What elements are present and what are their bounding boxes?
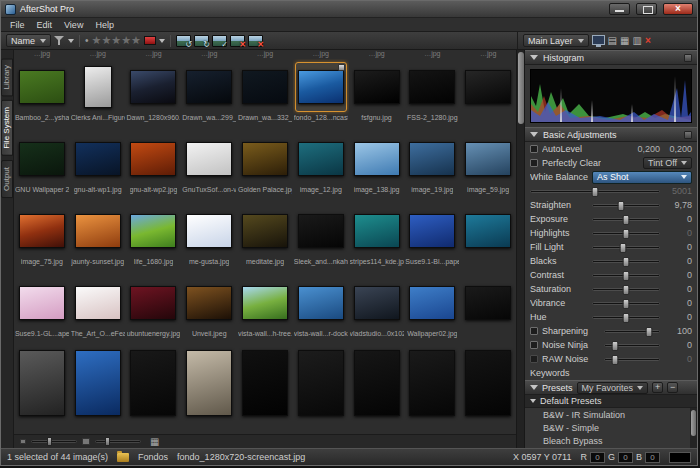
slider-handle[interactable] [617,201,624,211]
thumbnail[interactable] [406,62,458,112]
thumbnail[interactable] [16,278,68,328]
slider-handle[interactable] [646,327,653,337]
slider-handle[interactable] [623,271,630,281]
thumbnail-cell[interactable]: FSS-2_1280.jpg [404,59,460,131]
thumbnail-cell[interactable]: image_138.jpg [349,131,405,203]
thumbnail[interactable] [183,278,235,328]
monitor-view-icon[interactable] [592,35,605,45]
thumbnail-cell[interactable]: me-gusta.jpg [181,203,237,275]
adjustment-value[interactable]: 0 [664,284,692,294]
autolevel-value-high[interactable]: 0,200 [664,144,692,154]
menu-help[interactable]: Help [89,20,120,30]
thumbnail[interactable] [351,134,403,184]
thumbnail[interactable] [239,134,291,184]
thumbnail-cell[interactable] [460,347,516,434]
color-label-swatch[interactable] [144,36,156,45]
adjustment-value[interactable]: 0 [664,228,692,238]
star-icon[interactable]: ★ [101,34,111,46]
thumbnail[interactable] [127,278,179,328]
basic-adjustments-header[interactable]: Basic Adjustments [525,127,697,142]
thumbnail-cell[interactable]: Suse9.1-GL...apers.jpg [14,275,70,347]
thumbnail[interactable] [295,278,347,328]
thumbnail[interactable] [295,134,347,184]
thumbnail[interactable] [406,278,458,328]
thumbnail-cell[interactable]: Unveil.jpeg [181,275,237,347]
tint-dropdown[interactable]: Tint Off [643,157,692,169]
filter-chevron-icon[interactable] [68,39,74,43]
fill-light-slider[interactable] [592,246,660,249]
thumbnail-cell[interactable]: Drawn_wa...299_.jpg [181,59,237,131]
autolevel-checkbox[interactable] [530,145,538,153]
close-panel-icon[interactable]: × [645,36,651,46]
thumbnail-cell[interactable]: Drawn_wa...332_.jpg [237,59,293,131]
thumbnail-cell[interactable] [70,347,126,434]
thumbnail[interactable] [127,134,179,184]
layout-columns-icon[interactable]: ▥ [632,36,641,46]
presets-header[interactable]: Presets My Favorites + − [525,380,697,395]
thumbnail-cell[interactable] [237,347,293,434]
thumbnail-cell[interactable]: GNU Wallpaper 2.jpg [14,131,70,203]
adjustment-value[interactable]: 0 [664,214,692,224]
straighten-slider[interactable] [592,204,660,207]
grid-scrollbar-thumb[interactable] [518,52,524,124]
thumbnail-cell[interactable]: Dawn_1280x960.jpg [126,59,182,131]
zoom-handle[interactable] [105,437,110,446]
thumbnail[interactable] [351,62,403,112]
preset-scrollbar[interactable] [690,408,697,448]
thumbnail-cell[interactable]: jaunty-sunset.jpg [70,203,126,275]
thumbnail-cell[interactable] [460,59,516,131]
thumbnail-cell[interactable]: gnu-alt-wp1.jpg [70,131,126,203]
thumbnail[interactable] [462,278,514,328]
thumbnail-cell[interactable]: Sleek_and...nkahn.jpg [293,203,349,275]
adjustment-value[interactable]: 100 [664,326,692,336]
rotate-right-icon[interactable]: ↻ [194,35,209,47]
zoom-slider[interactable] [95,440,141,443]
close-button[interactable] [663,3,693,15]
raw-noise-checkbox[interactable] [530,355,538,363]
no-rating-dot-icon[interactable]: • [85,35,89,46]
thumbnail[interactable] [127,62,179,112]
thumbnail-size-slider[interactable] [31,440,77,443]
thumbnail[interactable] [239,278,291,328]
add-preset-button[interactable]: + [652,382,663,393]
thumbnail[interactable] [183,134,235,184]
thumbnail-cell[interactable]: vista-wall...h-tree.jpg [237,275,293,347]
layout-grid-icon[interactable]: ▦ [620,36,629,46]
menu-file[interactable]: File [4,20,31,30]
thumbnail-cell[interactable] [126,347,182,434]
thumbnail-cell[interactable] [404,347,460,434]
preset-item[interactable]: B&W - Simple [525,421,697,434]
raw-noise-slider[interactable] [604,358,660,361]
thumbnail-cell[interactable]: fsfgnu.jpg [349,59,405,131]
side-tab-file-system[interactable]: File System [1,100,13,156]
thumbnail-cell[interactable]: image_59.jpg [460,131,516,203]
thumbnail-cell[interactable]: Clerks Ani...Figure.jpg [70,59,126,131]
menu-edit[interactable]: Edit [31,20,59,30]
highlights-slider[interactable] [592,232,660,235]
vibrance-slider[interactable] [592,302,660,305]
autolevel-value-low[interactable]: 0,200 [632,144,660,154]
thumbnail-cell[interactable]: vista-wall...r-dock.jpg [293,275,349,347]
white-balance-dropdown[interactable]: As Shot [592,171,692,184]
slider-handle[interactable] [623,257,630,267]
slider-handle[interactable] [611,355,618,365]
thumbnail[interactable] [72,278,124,328]
thumbnail[interactable] [16,62,68,112]
noise-ninja-checkbox[interactable] [530,341,538,349]
slider-handle[interactable] [623,299,630,309]
sharpening-slider[interactable] [604,330,660,333]
slider-handle[interactable] [592,187,599,197]
preset-scrollbar-thumb[interactable] [691,410,696,436]
thumbnail-cell[interactable]: ubuntuenergy.jpg [126,275,182,347]
thumbnail[interactable] [239,62,291,112]
thumbnail-cell[interactable]: meditate.jpg [237,203,293,275]
color-label-chevron-icon[interactable] [159,39,165,43]
thumbnail-cell[interactable] [460,203,516,275]
thumbnail[interactable] [351,206,403,256]
exposure-slider[interactable] [592,218,660,221]
slider-handle[interactable] [623,313,630,323]
adjustment-value[interactable]: 0 [664,298,692,308]
thumbnail-cell[interactable]: fondo_128...ncast.jpg [293,59,349,131]
thumbnail[interactable] [16,206,68,256]
maximize-button[interactable] [636,3,657,15]
